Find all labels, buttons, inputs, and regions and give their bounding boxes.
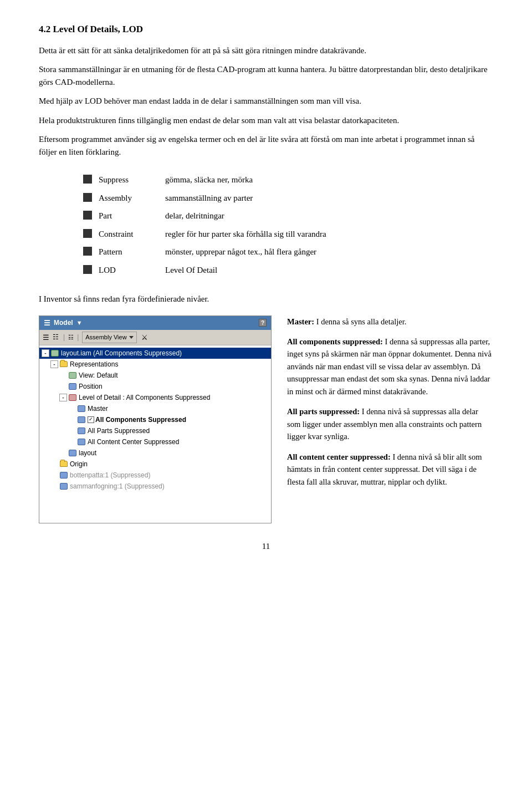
glossary-row: Suppress gömma, släcka ner, mörka (83, 174, 493, 186)
expand-icon[interactable]: - (42, 349, 49, 357)
tree-item[interactable]: All Content Center Suppressed (39, 436, 271, 447)
assembly-view-dropdown[interactable]: Assembly View (82, 332, 136, 343)
tree-item[interactable]: bottenpatta:1 (Suppressed) (39, 470, 271, 481)
description-para: All parts suppressed: I denna nivå så su… (287, 405, 493, 442)
glossary-term: Part (99, 210, 165, 222)
tree-item[interactable]: layout (39, 447, 271, 459)
glossary-def: gömma, släcka ner, mörka (165, 174, 253, 186)
inventor-section: I Inventor så finns redan fyra fördefini… (39, 293, 493, 523)
glossary-table: Suppress gömma, släcka ner, mörka Assemb… (83, 174, 493, 276)
toolbar-icon-4: ⚔ (141, 332, 148, 343)
glossary-bullet (83, 247, 92, 256)
glossary-def: mönster, upprepar något tex., hål flera … (165, 246, 316, 258)
para-3: Med hjälp av LOD behöver man endast ladd… (39, 95, 493, 108)
para-5: Eftersom programmet använder sig av enge… (39, 133, 493, 158)
assembly-icon (50, 349, 59, 357)
tree-label: Position (79, 381, 103, 391)
tree-item[interactable]: -Representations (39, 359, 271, 370)
item-icon (77, 427, 86, 435)
glossary-term: Assembly (99, 192, 165, 205)
item-icon (77, 438, 86, 446)
tree-label: View: Default (79, 370, 117, 380)
glossary-row: Assembly sammanställning av parter (83, 192, 493, 205)
glossary-term: Suppress (99, 174, 165, 186)
tree-label: sammanfogning:1 (Suppressed) (70, 481, 165, 491)
glossary-bullet (83, 193, 92, 202)
lod-icon (68, 394, 77, 401)
part-icon (59, 471, 68, 479)
folder-icon (59, 460, 68, 468)
glossary-bullet (83, 175, 92, 184)
tree-view: -layout.iam (All Components Suppressed)-… (39, 345, 271, 523)
glossary-bullet (83, 211, 92, 220)
para-1: Detta är ett sätt för att sänka detaljri… (39, 44, 493, 57)
inventor-intro: I Inventor så finns redan fyra fördefini… (39, 293, 493, 306)
tree-label: Representations (70, 359, 118, 369)
description-panel: Master: I denna så syns alla detaljer.Al… (287, 315, 493, 496)
expand-icon[interactable]: - (50, 360, 58, 368)
glossary-term: Constraint (99, 228, 165, 241)
description-para: Master: I denna så syns alla detaljer. (287, 315, 493, 328)
description-para: All content center suppressed: I denna n… (287, 451, 493, 488)
model-icon: ☰ (44, 318, 50, 329)
tree-label: layout (79, 448, 96, 458)
tree-item[interactable]: -layout.iam (All Components Suppressed) (39, 348, 271, 359)
item-icon (68, 383, 77, 390)
toolbar-separator2: | (77, 332, 79, 342)
glossary-row: Pattern mönster, upprepar något tex., hå… (83, 246, 493, 258)
tree-item[interactable]: -Level of Detail : All Components Suppre… (39, 392, 271, 403)
dropdown-arrow-icon (129, 336, 134, 339)
description-label: All parts suppressed: (287, 407, 360, 416)
page-number: 11 (39, 540, 493, 553)
toolbar: ☰ ☷ | ☷ | Assembly View ⚔ (39, 330, 271, 345)
tree-label: All Components Suppressed (95, 415, 186, 425)
tree-label: All Parts Suppressed (88, 426, 150, 436)
close-button[interactable]: ? (259, 319, 267, 327)
expand-icon[interactable]: - (59, 394, 67, 401)
content-block: ☰ Model ▼ ? ☰ ☷ | ☷ | Assembly View ⚔ (39, 315, 493, 523)
glossary-def: Level Of Detail (165, 264, 217, 277)
titlebar: ☰ Model ▼ ? (39, 316, 271, 330)
tree-item[interactable]: Master (39, 403, 271, 414)
description-label: Master: (287, 317, 314, 326)
glossary-def: sammanställning av parter (165, 192, 253, 205)
tree-label: bottenpatta:1 (Suppressed) (70, 470, 150, 480)
screenshot-panel: ☰ Model ▼ ? ☰ ☷ | ☷ | Assembly View ⚔ (39, 315, 272, 523)
description-label: All components suppressed: (287, 337, 383, 346)
para-4: Hela produktstrukturen finns tillgänglig… (39, 114, 493, 127)
tree-item[interactable]: Origin (39, 459, 271, 470)
tree-label: Origin (70, 459, 88, 469)
item-icon (77, 405, 86, 413)
assembly-view-label: Assembly View (85, 333, 126, 342)
description-para: All components suppressed: I denna så su… (287, 335, 493, 398)
item-icon (77, 416, 86, 424)
tree-item[interactable]: All Parts Suppressed (39, 425, 271, 436)
para-2: Stora sammanställningar är en utmaning f… (39, 63, 493, 88)
glossary-bullet (83, 265, 92, 274)
panel-title: Model (54, 318, 73, 328)
tree-item[interactable]: ✓All Components Suppressed (39, 414, 271, 425)
part-icon (68, 449, 77, 457)
tree-label: Master (88, 404, 108, 414)
tree-item[interactable]: Position (39, 381, 271, 392)
tree-label: All Content Center Suppressed (88, 437, 179, 447)
glossary-def: regler för hur parter ska förhålla sig t… (165, 228, 326, 241)
glossary-def: delar, delritningar (165, 210, 224, 222)
dropdown-arrow-title: ▼ (76, 318, 83, 328)
tree-label: Level of Detail : All Components Suppres… (79, 393, 210, 403)
description-label: All content center suppressed: (287, 452, 391, 461)
tree-item[interactable]: sammanfogning:1 (Suppressed) (39, 481, 271, 492)
toolbar-icon-2: ☷ (53, 332, 59, 342)
glossary-bullet (83, 229, 92, 238)
glossary-row: LOD Level Of Detail (83, 264, 493, 277)
tree-item[interactable]: View: Default (39, 370, 271, 381)
view-icon (68, 371, 77, 379)
checkbox-icon: ✓ (88, 416, 94, 423)
glossary-row: Constraint regler för hur parter ska för… (83, 228, 493, 241)
tree-label: layout.iam (All Components Suppressed) (61, 348, 182, 358)
glossary-row: Part delar, delritningar (83, 210, 493, 222)
part-icon (59, 482, 68, 490)
toolbar-separator: | (63, 332, 65, 342)
toolbar-icon-3: ☷ (68, 333, 74, 342)
glossary-term: Pattern (99, 246, 165, 258)
